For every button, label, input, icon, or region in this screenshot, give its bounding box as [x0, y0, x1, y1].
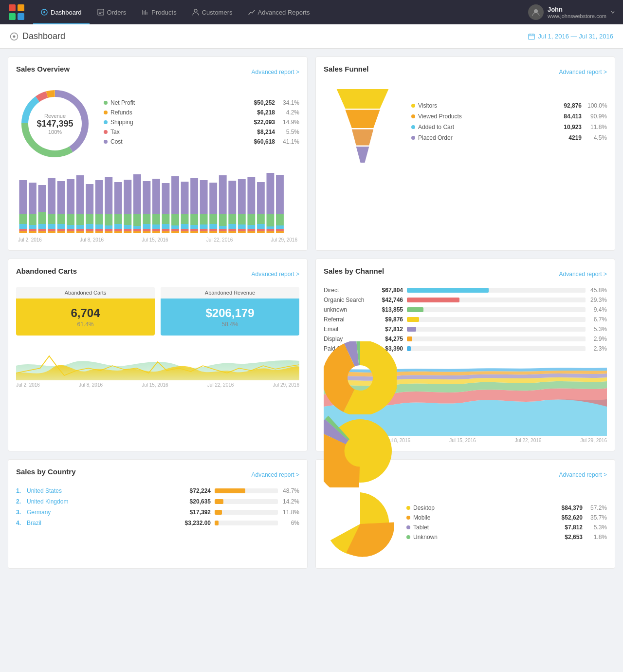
abandoned-carts-adv-report[interactable]: Advanced report > — [252, 271, 299, 278]
nav-item-products[interactable]: Products — [134, 0, 184, 24]
legend-dot-tax — [104, 130, 108, 134]
donut-center-label: Revenue — [37, 113, 73, 119]
legend-net-profit: Net Profit $50,252 34.1% — [104, 99, 299, 106]
svg-rect-156 — [257, 229, 265, 231]
svg-rect-61 — [76, 229, 84, 231]
svg-rect-122 — [190, 231, 198, 233]
nav-user[interactable]: John www.johnswebstore.com — [528, 4, 615, 20]
sales-by-channel-adv-report[interactable]: Advanced report > — [559, 271, 607, 278]
svg-rect-80 — [114, 224, 122, 229]
country-germany: 3. Germany $17,392 11.8% — [16, 509, 299, 516]
svg-rect-30 — [19, 224, 27, 229]
svg-rect-91 — [133, 229, 141, 231]
nav-item-customers[interactable]: Customers — [184, 0, 240, 24]
abandoned-carts-title: Abandoned Carts — [16, 267, 77, 275]
channel-referral: Referral $9,876 6.7% — [324, 316, 607, 323]
svg-rect-124 — [200, 214, 208, 224]
channel-unknown: unknown $13,855 9.4% — [324, 306, 607, 313]
svg-rect-100 — [152, 224, 160, 229]
svg-rect-164 — [276, 214, 284, 225]
svg-rect-60 — [76, 225, 84, 229]
svg-rect-158 — [266, 173, 274, 214]
legend-mobile: Mobile $52,620 35.7% — [406, 514, 607, 521]
calendar-icon — [528, 33, 535, 40]
svg-rect-127 — [200, 231, 208, 233]
svg-rect-71 — [95, 229, 103, 231]
svg-rect-83 — [124, 180, 131, 214]
funnel-viewed-products: Viewed Products 84,413 90.9% — [411, 113, 607, 120]
svg-rect-111 — [171, 229, 179, 231]
svg-rect-163 — [276, 175, 284, 214]
abandoned-revenue-pct: 58.4% — [165, 321, 295, 328]
user-info: John www.johnswebstore.com — [548, 6, 606, 19]
svg-rect-85 — [124, 225, 131, 229]
legend-dot-tablet — [406, 525, 410, 529]
svg-rect-51 — [57, 229, 65, 231]
svg-rect-43 — [48, 178, 55, 214]
nav-item-dashboard[interactable]: Dashboard — [33, 0, 90, 24]
funnel-body: Visitors 92,876 100.0% Viewed Products 8… — [324, 85, 607, 163]
svg-rect-134 — [219, 214, 227, 226]
svg-rect-161 — [266, 229, 274, 231]
svg-rect-54 — [67, 214, 74, 225]
svg-rect-48 — [57, 181, 65, 214]
nav-item-advanced-reports[interactable]: Advanced Reports — [240, 0, 318, 24]
svg-rect-97 — [143, 231, 150, 233]
abandoned-carts-stat: Abandoned Carts 6,704 61.4% — [16, 287, 155, 336]
svg-rect-107 — [162, 231, 170, 233]
funnel-legend: Visitors 92,876 100.0% Viewed Products 8… — [411, 102, 607, 145]
revenue-donut: Revenue $147,395 100% — [16, 85, 94, 163]
svg-rect-157 — [257, 231, 265, 233]
funnel-added-to-cart: Added to Cart 10,923 11.8% — [411, 124, 607, 131]
svg-rect-70 — [95, 224, 103, 229]
device-pie — [324, 487, 397, 560]
svg-rect-73 — [105, 177, 112, 214]
abandoned-revenue-stat: Abandoned Revenue $206,179 58.4% — [161, 287, 299, 336]
sales-by-device-adv-report[interactable]: Advanced report > — [559, 471, 607, 478]
svg-rect-129 — [209, 214, 217, 224]
svg-rect-88 — [133, 174, 141, 214]
svg-rect-117 — [181, 231, 189, 233]
svg-rect-101 — [152, 229, 160, 231]
nav-items: Dashboard Orders Products Customers Adva… — [33, 0, 528, 24]
sales-funnel-adv-report[interactable]: Advanced report > — [559, 69, 607, 75]
svg-rect-39 — [38, 212, 46, 224]
svg-rect-52 — [57, 231, 65, 233]
svg-rect-131 — [209, 229, 217, 231]
date-range-picker[interactable]: Jul 1, 2016 — Jul 31, 2016 — [528, 33, 613, 40]
svg-rect-41 — [38, 229, 46, 231]
svg-rect-65 — [86, 224, 93, 229]
svg-rect-114 — [181, 214, 189, 224]
legend-tablet: Tablet $7,812 5.3% — [406, 524, 607, 531]
abandoned-revenue-value: $206,179 — [165, 306, 295, 320]
sales-overview-adv-report[interactable]: Advanced report > — [252, 69, 299, 75]
svg-rect-75 — [105, 225, 112, 229]
svg-rect-2 — [9, 13, 16, 20]
svg-rect-125 — [200, 224, 208, 229]
logo[interactable] — [8, 3, 25, 21]
svg-rect-0 — [9, 4, 16, 11]
abandoned-chart-labels: Jul 2, 2016 Jul 8, 2016 Jul 15, 2016 Jul… — [16, 382, 299, 388]
svg-rect-105 — [162, 224, 170, 229]
user-site: www.johnswebstore.com — [548, 13, 606, 19]
sales-by-country-adv-report[interactable]: Advanced report > — [252, 471, 299, 478]
svg-rect-149 — [247, 214, 255, 225]
svg-rect-112 — [171, 231, 179, 233]
svg-rect-67 — [86, 231, 93, 233]
svg-rect-81 — [114, 229, 122, 231]
svg-rect-119 — [190, 214, 198, 225]
svg-marker-170 — [352, 130, 373, 146]
svg-rect-57 — [67, 231, 74, 233]
sales-by-device-card: Sales by Device Advanced report > — [315, 459, 615, 569]
svg-rect-35 — [29, 225, 37, 229]
country-list: 1. United States $72,224 48.7% 2. United… — [16, 487, 299, 526]
dashboard-grid: Sales Overview Advanced report > Revenue — [0, 49, 623, 577]
svg-rect-165 — [276, 225, 284, 229]
funnel-dot-added-to-cart — [411, 125, 415, 129]
svg-rect-145 — [238, 224, 246, 229]
svg-rect-77 — [105, 231, 112, 233]
svg-rect-128 — [209, 183, 217, 214]
funnel-placed-order: Placed Order 4219 4.5% — [411, 134, 607, 141]
svg-marker-171 — [356, 147, 369, 163]
nav-item-orders[interactable]: Orders — [90, 0, 134, 24]
